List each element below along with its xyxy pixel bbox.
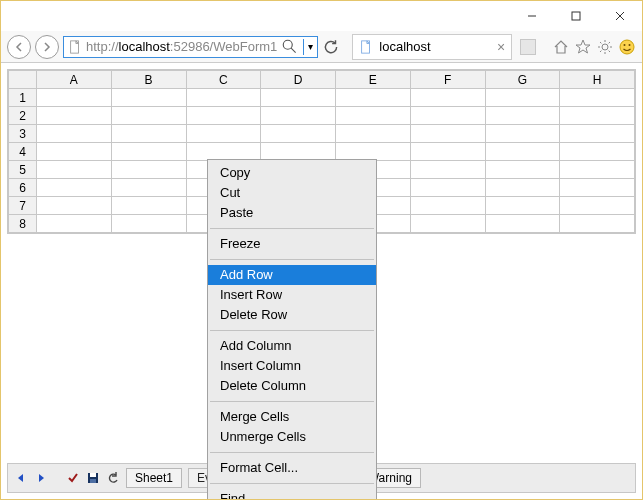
cell[interactable] [261,89,336,107]
cell[interactable] [186,89,261,107]
feedback-button[interactable] [618,38,636,56]
cell[interactable] [410,143,485,161]
undo-button[interactable] [106,471,120,485]
cell[interactable] [186,107,261,125]
cell[interactable] [111,197,186,215]
cell[interactable] [485,125,560,143]
sheet-tab[interactable]: Sheet1 [126,468,182,488]
cell[interactable] [560,143,635,161]
window-minimize-button[interactable] [510,2,554,30]
cell[interactable] [186,143,261,161]
cell[interactable] [485,197,560,215]
cell[interactable] [410,89,485,107]
column-header[interactable]: D [261,71,336,89]
menu-item[interactable]: Freeze [208,234,376,254]
cell[interactable] [560,89,635,107]
cell[interactable] [485,143,560,161]
cell[interactable] [111,161,186,179]
column-header[interactable]: A [37,71,112,89]
cell[interactable] [261,107,336,125]
cell[interactable] [560,215,635,233]
column-header[interactable]: C [186,71,261,89]
cell[interactable] [336,125,411,143]
window-close-button[interactable] [598,2,642,30]
cell[interactable] [410,125,485,143]
menu-item[interactable]: Paste [208,203,376,223]
cell[interactable] [37,89,112,107]
confirm-button[interactable] [66,471,80,485]
cell[interactable] [37,179,112,197]
cell[interactable] [560,161,635,179]
cell[interactable] [37,143,112,161]
window-maximize-button[interactable] [554,2,598,30]
menu-item[interactable]: Insert Column [208,356,376,376]
cell[interactable] [37,125,112,143]
scroll-left-button[interactable] [14,471,28,485]
cell[interactable] [560,179,635,197]
row-header[interactable]: 4 [9,143,37,161]
cell[interactable] [410,179,485,197]
menu-item[interactable]: Unmerge Cells [208,427,376,447]
cell[interactable] [410,215,485,233]
cell[interactable] [111,215,186,233]
cell[interactable] [485,161,560,179]
menu-item[interactable]: Cut [208,183,376,203]
nav-back-button[interactable] [7,35,31,59]
favorites-button[interactable] [574,38,592,56]
search-dropdown[interactable]: ▾ [308,41,313,52]
row-header[interactable]: 1 [9,89,37,107]
cell[interactable] [111,143,186,161]
cell[interactable] [485,179,560,197]
cell[interactable] [37,197,112,215]
tools-button[interactable] [596,38,614,56]
column-header[interactable]: B [111,71,186,89]
cell[interactable] [410,197,485,215]
cell[interactable] [336,89,411,107]
cell[interactable] [37,215,112,233]
menu-item[interactable]: Merge Cells [208,407,376,427]
cell[interactable] [261,125,336,143]
tab-close-button[interactable]: × [497,39,505,55]
cell[interactable] [336,107,411,125]
cell[interactable] [111,179,186,197]
browser-tab[interactable]: localhost × [352,34,512,60]
menu-item[interactable]: Find... [208,489,376,500]
column-header[interactable]: H [560,71,635,89]
corner-cell[interactable] [9,71,37,89]
row-header[interactable]: 6 [9,179,37,197]
cell[interactable] [560,125,635,143]
row-header[interactable]: 7 [9,197,37,215]
cell[interactable] [261,143,336,161]
menu-item[interactable]: Add Column [208,336,376,356]
row-header[interactable]: 2 [9,107,37,125]
search-button[interactable] [281,38,299,56]
home-button[interactable] [552,38,570,56]
cell[interactable] [410,107,485,125]
column-header[interactable]: E [336,71,411,89]
cell[interactable] [186,125,261,143]
scroll-right-button[interactable] [34,471,48,485]
cell[interactable] [37,161,112,179]
cell[interactable] [336,143,411,161]
new-tab-button[interactable] [520,39,536,55]
row-header[interactable]: 3 [9,125,37,143]
address-bar[interactable]: http://localhost:52986/WebForm1 ▾ [63,36,318,58]
menu-item[interactable]: Format Cell... [208,458,376,478]
menu-item[interactable]: Insert Row [208,285,376,305]
cell[interactable] [560,107,635,125]
column-header[interactable]: F [410,71,485,89]
column-header[interactable]: G [485,71,560,89]
menu-item[interactable]: Copy [208,163,376,183]
cell[interactable] [37,107,112,125]
cell[interactable] [485,215,560,233]
menu-item[interactable]: Add Row [208,265,376,285]
cell[interactable] [111,89,186,107]
cell[interactable] [410,161,485,179]
nav-forward-button[interactable] [35,35,59,59]
menu-item[interactable]: Delete Row [208,305,376,325]
cell[interactable] [111,107,186,125]
refresh-button[interactable] [322,38,340,56]
cell[interactable] [560,197,635,215]
cell[interactable] [485,89,560,107]
row-header[interactable]: 5 [9,161,37,179]
